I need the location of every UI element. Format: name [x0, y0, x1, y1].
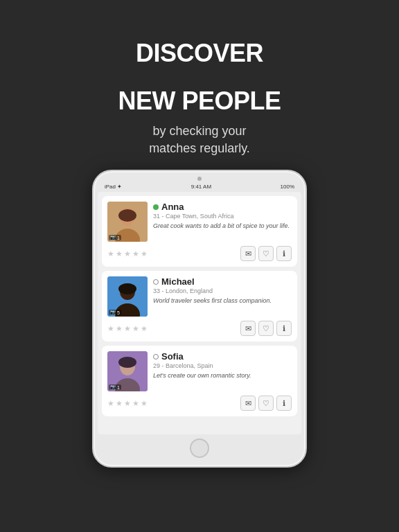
heart-button-anna[interactable]: ♡	[258, 246, 274, 261]
card-meta-sofia: 29 - Barcelona, Spain	[153, 362, 292, 369]
profile-photo-michael: 📷5	[107, 276, 148, 317]
ipad-camera	[197, 177, 202, 181]
svg-point-11	[118, 357, 136, 368]
mail-button-sofia[interactable]: ✉	[240, 396, 256, 411]
card-name-michael: Michael	[161, 276, 195, 287]
ipad-home-button[interactable]	[190, 438, 209, 458]
card-actions-sofia: ✉ ♡ ℹ	[240, 396, 292, 411]
headline-line1: DISCOVER	[118, 39, 281, 67]
photo-count-sofia: 📷1	[109, 384, 121, 390]
stars-michael: ★ ★ ★ ★ ★	[107, 324, 148, 333]
profile-card-anna: 📷1 Anna 31 - Cape Town, South Africa Gre…	[102, 196, 297, 267]
card-bio-sofia: Let's create our own romantic story.	[153, 371, 292, 380]
card-bio-michael: World traveler seeks first class compani…	[153, 296, 292, 305]
svg-point-3	[118, 209, 136, 222]
status-left: iPad ✦	[105, 184, 122, 190]
mail-button-anna[interactable]: ✉	[240, 246, 256, 261]
status-right: 100%	[281, 184, 294, 190]
subheadline: by checking your matches regularly.	[149, 123, 250, 157]
ipad-frame: iPad ✦ 9:41 AM 100% 📷1	[92, 170, 307, 468]
heart-button-sofia[interactable]: ♡	[258, 396, 274, 411]
ipad-status-bar: iPad ✦ 9:41 AM 100%	[98, 184, 301, 190]
info-button-michael[interactable]: ℹ	[276, 321, 292, 336]
info-button-sofia[interactable]: ℹ	[276, 396, 292, 411]
status-dot-sofia	[153, 354, 159, 360]
stars-sofia: ★ ★ ★ ★ ★	[107, 399, 148, 408]
card-info-anna: Anna 31 - Cape Town, South Africa Great …	[153, 202, 292, 231]
profile-card-michael: 📷5 Michael 33 - London, England World tr…	[102, 271, 297, 342]
profile-card-sofia: 📷1 Sofia 29 - Barcelona, Spain Let's cre…	[102, 346, 297, 416]
card-name-sofia: Sofia	[161, 351, 184, 362]
info-button-anna[interactable]: ℹ	[276, 246, 292, 261]
svg-point-7	[118, 283, 136, 294]
stars-anna: ★ ★ ★ ★ ★	[107, 249, 148, 258]
card-info-michael: Michael 33 - London, England World trave…	[153, 276, 292, 305]
photo-count-michael: 📷5	[109, 310, 121, 315]
mail-button-michael[interactable]: ✉	[240, 321, 256, 336]
status-dot-anna	[153, 204, 159, 210]
status-dot-michael	[153, 279, 159, 285]
card-meta-anna: 31 - Cape Town, South Africa	[153, 213, 292, 220]
card-actions-michael: ✉ ♡ ℹ	[240, 321, 292, 336]
photo-count-anna: 📷1	[109, 235, 121, 240]
card-meta-michael: 33 - London, England	[153, 287, 292, 294]
card-actions-anna: ✉ ♡ ℹ	[240, 246, 292, 261]
headline-line2: NEW PEOPLE	[118, 87, 281, 115]
status-center: 9:41 AM	[191, 184, 211, 190]
ipad-screen: 📷1 Anna 31 - Cape Town, South Africa Gre…	[98, 192, 301, 434]
heart-button-michael[interactable]: ♡	[258, 321, 274, 336]
card-bio-anna: Great cook wants to add a bit of spice t…	[153, 222, 292, 231]
card-info-sofia: Sofia 29 - Barcelona, Spain Let's create…	[153, 351, 292, 380]
profile-photo-anna: 📷1	[107, 202, 148, 242]
headline: DISCOVER NEW PEOPLE	[118, 19, 281, 116]
card-name-anna: Anna	[161, 202, 184, 212]
profile-photo-sofia: 📷1	[107, 351, 148, 391]
